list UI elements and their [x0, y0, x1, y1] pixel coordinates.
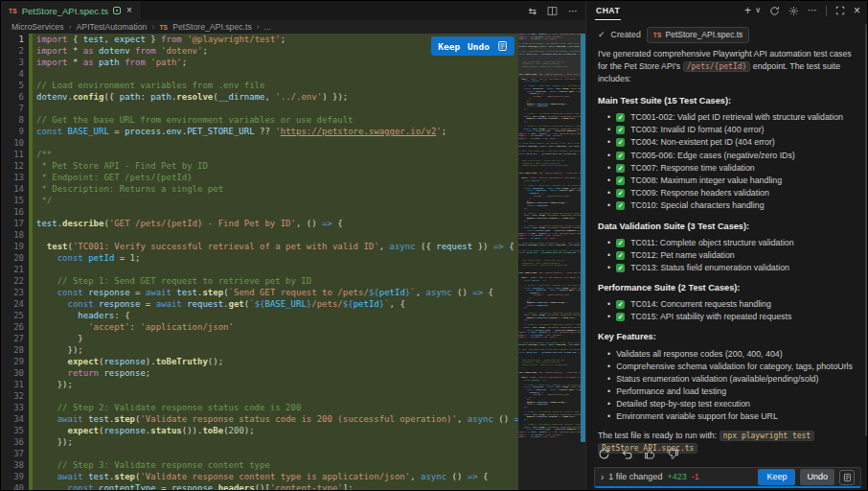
thumbs-up-icon[interactable]: [644, 448, 656, 460]
check-icon: ✓: [598, 29, 605, 41]
code-line[interactable]: await test.step('Validate response conte…: [33, 471, 518, 482]
list-item-text: Status enumeration validation (available…: [616, 373, 818, 386]
undo-button[interactable]: Undo: [468, 41, 490, 52]
maximize-panel-icon[interactable]: [835, 6, 845, 15]
regenerate-icon[interactable]: [598, 448, 610, 460]
diff-file-icon[interactable]: [497, 40, 508, 52]
code-line[interactable]: });: [33, 379, 518, 390]
checkbox-icon: ✓: [616, 189, 625, 198]
list-item-text: TC008: Maximum integer value handling: [630, 175, 782, 187]
code-line[interactable]: test('TC001: Verify successful retrieval…: [33, 241, 518, 252]
vscode-window: TS PetStore_API.spec.ts × ⇆ ⋯ MicroServi…: [0, 0, 868, 491]
breadcrumb-item[interactable]: MicroServices: [11, 22, 64, 32]
minimap-slider[interactable]: [518, 34, 581, 78]
code-line[interactable]: headers: {: [33, 310, 518, 321]
code-editor[interactable]: 1234567891011121314151617181920212223242…: [1, 34, 585, 491]
code-line[interactable]: [33, 103, 518, 114]
lines-added: +423: [667, 471, 686, 483]
code-line[interactable]: // Load environment variables from .env …: [33, 80, 518, 91]
code-line[interactable]: import * as path from 'path';: [33, 57, 518, 68]
tab-chat[interactable]: CHAT: [595, 1, 621, 20]
line-number: 35: [1, 425, 24, 436]
close-panel-icon[interactable]: ×: [854, 6, 860, 15]
list-item: •✓TC003: Invalid ID format (400 error): [598, 124, 857, 136]
code-line[interactable]: const response = await request.get(`${BA…: [33, 298, 518, 310]
code-line[interactable]: return response;: [33, 367, 518, 379]
code-line[interactable]: const response = await test.step(`Send G…: [33, 287, 518, 298]
new-chat-dropdown-icon[interactable]: ∨: [755, 6, 761, 15]
code-line[interactable]: [33, 229, 518, 241]
minimap-line: dotenv.config({ path: path.resolve(__dir…: [518, 146, 581, 149]
code-line[interactable]: [33, 390, 518, 402]
breadcrumb-item[interactable]: APITestAutomation: [77, 22, 148, 32]
code-line[interactable]: */: [33, 195, 518, 206]
code-line[interactable]: expect(response).toBeTruthy();: [33, 356, 518, 367]
code-line[interactable]: // Get the base URL from environment var…: [33, 114, 518, 126]
chat-sections: Main Test Suite (15 Test Cases):•✓TC001-…: [598, 95, 857, 424]
line-number: 20: [1, 252, 24, 264]
code-line[interactable]: [33, 137, 518, 149]
line-number: 33: [1, 402, 24, 413]
file-chip[interactable]: TS PetStore_API.spec.ts: [647, 27, 750, 43]
code-line[interactable]: await test.step('Validate response statu…: [33, 413, 518, 425]
pending-edit-indicator-icon[interactable]: [113, 7, 121, 14]
breadcrumb-separator-icon: ›: [69, 22, 72, 32]
minimap-line: dotenv.config({ path: path.resolve(__dir…: [518, 344, 581, 347]
code-line[interactable]: * Endpoint: GET /pets/{petId}: [33, 172, 518, 183]
list-item: •✓TC015: API stability with repeated req…: [598, 311, 857, 323]
code-line[interactable]: // Step 2: Validate response status code…: [33, 402, 518, 413]
tab-close-icon[interactable]: ×: [126, 6, 133, 15]
settings-gear-icon[interactable]: [788, 6, 799, 16]
line-number: 37: [1, 448, 24, 459]
code-line[interactable]: });: [33, 436, 518, 448]
minimap[interactable]: import { test, expect } from '@playwrigh…: [518, 34, 581, 491]
code-line[interactable]: }: [33, 333, 518, 344]
new-chat-icon[interactable]: +: [744, 6, 751, 15]
breadcrumb-separator-icon: ›: [151, 22, 154, 32]
line-number: 29: [1, 356, 24, 367]
bullet-icon: •: [607, 124, 610, 136]
keep-button[interactable]: Keep: [758, 469, 795, 485]
code-line[interactable]: /**: [33, 149, 518, 160]
undo-button[interactable]: Undo: [800, 469, 834, 485]
section-list: •✓TC011: Complete object structure valid…: [598, 237, 857, 275]
code-line[interactable]: const contentType = response.headers()['…: [33, 482, 518, 491]
more-actions-icon[interactable]: ⋯: [568, 6, 578, 16]
undo-request-icon[interactable]: [621, 448, 633, 460]
expand-changes-icon[interactable]: ›: [601, 471, 604, 483]
code-line[interactable]: [33, 448, 518, 459]
code-line[interactable]: * Description: Returns a single pet: [33, 183, 518, 195]
open-changes-icon[interactable]: ⇆: [529, 6, 537, 16]
view-diff-icon[interactable]: [839, 470, 855, 485]
code-line[interactable]: dotenv.config({ path: path.resolve(__dir…: [33, 91, 518, 103]
lines-removed: -1: [692, 471, 699, 483]
checkbox-icon: ✓: [616, 251, 625, 260]
more-actions-icon[interactable]: ⋯: [808, 6, 817, 15]
list-item: •✓TC007: Response time validation: [598, 162, 857, 175]
code-line[interactable]: // Step 3: Validate response content typ…: [33, 459, 518, 471]
code-line[interactable]: test.describe('GET /pets/{petId} - Find …: [33, 218, 518, 229]
code-line[interactable]: [33, 264, 518, 275]
bullet-icon: •: [607, 311, 610, 323]
split-editor-icon[interactable]: [547, 6, 558, 16]
keep-button[interactable]: Keep: [438, 41, 460, 52]
code-line[interactable]: 'accept': 'application/json': [33, 321, 518, 333]
line-number: 13: [1, 172, 24, 183]
code-line[interactable]: expect(response.status()).toBe(200);: [33, 425, 518, 436]
code-line[interactable]: [33, 68, 518, 80]
line-number: 24: [1, 298, 24, 310]
typescript-file-icon: TS: [159, 24, 168, 31]
chat-history-icon[interactable]: [769, 6, 780, 16]
tab-petstore-api-spec[interactable]: TS PetStore_API.spec.ts ×: [1, 1, 142, 20]
code-line[interactable]: // Step 1: Send GET request to retrieve …: [33, 275, 518, 287]
code-line[interactable]: [33, 206, 518, 218]
code-line[interactable]: const petId = 1;: [33, 252, 518, 264]
breadcrumb-item[interactable]: ...: [264, 22, 271, 32]
breadcrumb-item[interactable]: PetStore_API.spec.ts: [172, 22, 252, 32]
code-pane[interactable]: import { test, expect } from '@playwrigh…: [33, 34, 518, 491]
checkbox-icon: ✓: [616, 138, 625, 147]
code-line[interactable]: const BASE_URL = process.env.PET_STORE_U…: [33, 126, 518, 137]
code-line[interactable]: });: [33, 344, 518, 356]
code-line[interactable]: * Pet Store API - Find Pet by ID: [33, 160, 518, 172]
thumbs-down-icon[interactable]: [667, 448, 679, 460]
